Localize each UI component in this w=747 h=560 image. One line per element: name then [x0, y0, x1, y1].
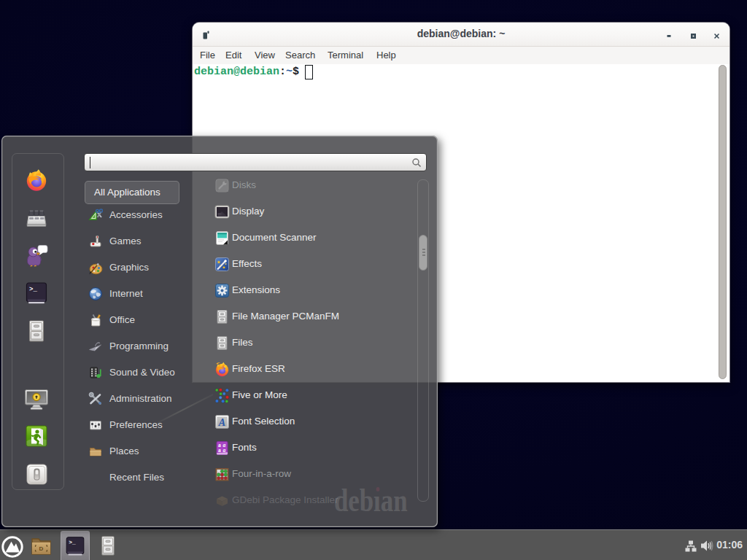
svg-text:a: a [223, 446, 226, 453]
svg-text:>_: >_ [69, 539, 76, 545]
svg-text:>_: >_ [29, 286, 37, 293]
svg-text:a: a [218, 446, 221, 453]
svg-text:A: A [218, 416, 225, 427]
svg-text:D: D [39, 545, 44, 552]
